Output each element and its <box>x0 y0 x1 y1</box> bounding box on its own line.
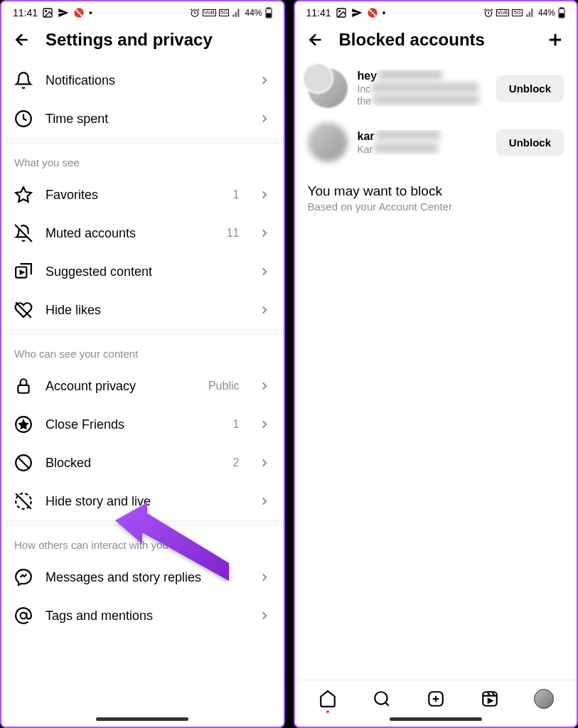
blocked-account-text: hey Inc the <box>358 70 486 107</box>
bell-off-icon <box>14 224 33 242</box>
phone-settings: 11:41 • VoB 5G 44% Settings and privacy … <box>0 0 285 728</box>
row-notifications[interactable]: Notifications <box>1 61 284 100</box>
svg-rect-5 <box>267 7 270 9</box>
battery-text: 44% <box>538 8 555 18</box>
svg-marker-10 <box>21 271 23 274</box>
avatar <box>308 122 348 162</box>
chevron-right-icon <box>258 609 271 622</box>
row-label: Notifications <box>46 73 245 88</box>
nav-reels[interactable] <box>480 689 500 709</box>
suggest-block-subtitle: Based on your Account Center <box>295 200 577 220</box>
page-title: Blocked accounts <box>339 30 532 50</box>
blocked-content[interactable]: hey Inc the Unblock kar Kar Unblock You … <box>295 61 577 680</box>
status-right: VoB 5G 44% <box>483 7 565 18</box>
nav-search[interactable] <box>372 689 392 709</box>
status-left: 11:41 • <box>13 7 92 18</box>
chevron-right-icon <box>258 495 271 508</box>
dot-icon: • <box>382 7 386 18</box>
add-button[interactable] <box>545 30 565 50</box>
send-icon <box>351 7 363 18</box>
row-account-privacy[interactable]: Account privacy Public <box>1 367 284 405</box>
svg-point-1 <box>46 11 47 12</box>
row-label: Muted accounts <box>46 226 214 241</box>
svg-point-25 <box>375 692 387 704</box>
row-messages-and-story-replies[interactable]: Messages and story replies <box>1 558 284 596</box>
svg-rect-6 <box>267 14 271 17</box>
section-label: What you see <box>1 144 284 176</box>
nav-home[interactable] <box>318 689 338 709</box>
alarm-icon <box>483 8 493 18</box>
row-value: 11 <box>227 227 240 240</box>
row-label: Favorites <box>46 188 220 203</box>
nav-create[interactable] <box>426 689 446 709</box>
back-button[interactable] <box>306 31 325 49</box>
dot-icon: • <box>89 7 92 18</box>
blocked-account-text: kar Kar <box>358 130 486 155</box>
page-title: Settings and privacy <box>46 30 272 50</box>
settings-content[interactable]: Notifications Time spent What you see Fa… <box>1 61 284 713</box>
row-value: 1 <box>233 188 240 201</box>
bottom-nav <box>295 680 577 713</box>
svg-marker-28 <box>488 699 492 702</box>
section-label: Who can see your content <box>1 335 284 367</box>
unblock-button[interactable]: Unblock <box>496 129 564 156</box>
row-blocked[interactable]: Blocked 2 <box>1 444 284 482</box>
divider <box>1 138 284 144</box>
svg-rect-23 <box>560 7 563 9</box>
status-bar: 11:41 • VoB 5G 44% <box>1 1 284 21</box>
desc-prefix: the <box>358 95 371 107</box>
clock-icon <box>14 109 33 128</box>
avatar <box>308 68 348 108</box>
chevron-right-icon <box>258 74 271 87</box>
username-prefix: hey <box>358 70 378 82</box>
svg-marker-13 <box>20 421 28 429</box>
nav-profile[interactable] <box>534 689 554 709</box>
suggest-block-title: You may want to block <box>295 169 577 200</box>
battery-text: 44% <box>245 8 262 18</box>
battery-icon <box>558 7 565 18</box>
row-label: Blocked <box>46 456 220 471</box>
row-time-spent[interactable]: Time spent <box>1 100 284 138</box>
desc-prefix: Inc <box>358 83 371 95</box>
row-label: Close Friends <box>46 417 220 432</box>
clock-text: 11:41 <box>13 7 38 18</box>
divider <box>1 329 284 335</box>
svg-rect-11 <box>18 385 28 393</box>
chevron-right-icon <box>258 304 271 316</box>
row-suggested-content[interactable]: Suggested content <box>1 252 284 291</box>
chevron-right-icon <box>258 380 271 392</box>
divider <box>1 520 284 526</box>
redacted-text <box>372 82 478 92</box>
row-value: 1 <box>233 418 240 431</box>
row-label: Messages and story replies <box>46 570 245 585</box>
profile-avatar-icon <box>534 689 554 709</box>
lock-icon <box>14 377 33 395</box>
clock-text: 11:41 <box>306 7 331 18</box>
blocked-account-item[interactable]: hey Inc the Unblock <box>295 61 577 115</box>
heart-off-icon <box>14 301 33 319</box>
chevron-right-icon <box>258 571 271 584</box>
row-label: Account privacy <box>46 379 196 394</box>
unblock-button[interactable]: Unblock <box>496 75 564 102</box>
row-close-friends[interactable]: Close Friends 1 <box>1 405 284 444</box>
suggested-icon <box>14 262 33 281</box>
row-hide-likes[interactable]: Hide likes <box>1 291 284 329</box>
svg-rect-24 <box>560 14 564 17</box>
back-button[interactable] <box>13 31 31 49</box>
svg-point-16 <box>21 613 27 619</box>
header: Blocked accounts <box>295 21 577 61</box>
battery-icon <box>265 7 272 18</box>
story-off-icon <box>14 492 33 510</box>
row-favorites[interactable]: Favorites 1 <box>1 176 284 214</box>
bell-icon <box>14 71 33 90</box>
desc-prefix: Kar <box>358 144 373 155</box>
blocked-account-item[interactable]: kar Kar Unblock <box>295 115 577 169</box>
svg-marker-8 <box>16 187 31 202</box>
messenger-icon <box>14 568 33 587</box>
5g-badge: 5G <box>512 9 523 16</box>
svg-point-19 <box>338 11 340 12</box>
row-muted-accounts[interactable]: Muted accounts 11 <box>1 214 284 252</box>
row-tags-and-mentions[interactable]: Tags and mentions <box>1 596 284 635</box>
row-value: Public <box>208 380 240 392</box>
row-hide-story-and-live[interactable]: Hide story and live <box>1 482 284 520</box>
